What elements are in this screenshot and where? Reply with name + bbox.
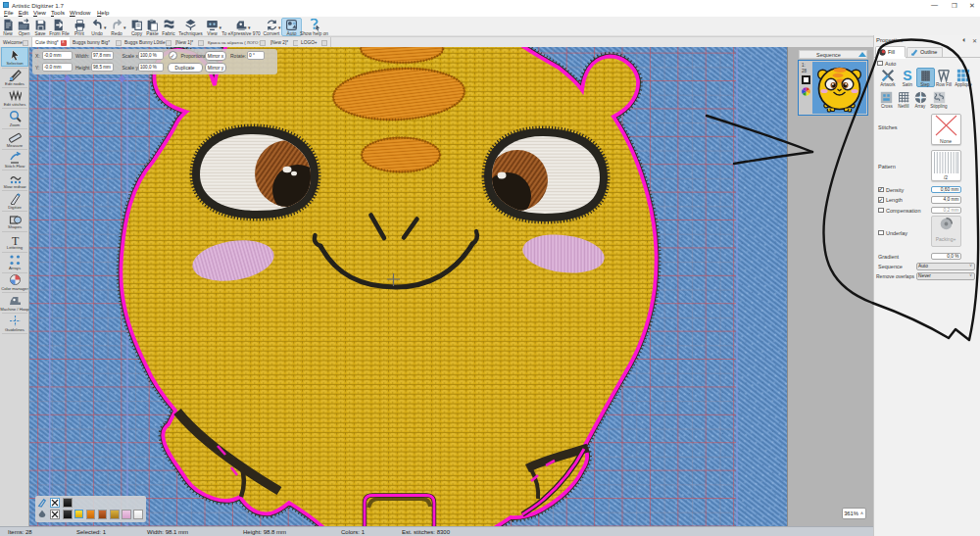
svg-text:S: S [903,68,911,82]
